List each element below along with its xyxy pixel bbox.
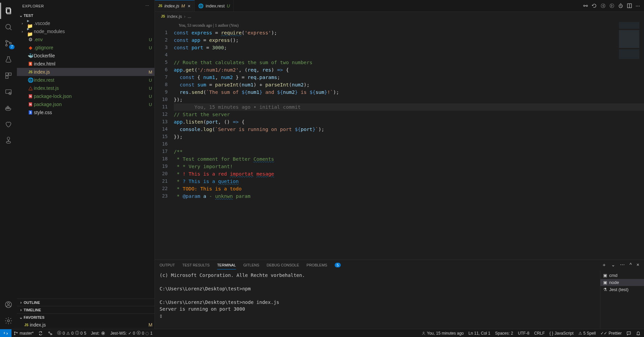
file-tree: › ▸📁 .vscode › ▸📁 node_modules › ⚙ .env … bbox=[17, 19, 154, 299]
jest-ws-status[interactable]: Jest-WS: ✓0 ⓧ0 ◌1 bbox=[110, 330, 152, 336]
svg-point-30 bbox=[14, 334, 15, 335]
svg-line-3 bbox=[10, 28, 11, 30]
eol[interactable]: CRLF bbox=[534, 331, 545, 336]
compare-icon[interactable] bbox=[583, 3, 588, 8]
file-item[interactable]: › 3 style.css bbox=[17, 108, 154, 116]
close-panel-icon[interactable]: × bbox=[637, 262, 639, 268]
panel-tab-debug-console[interactable]: DEBUG CONSOLE bbox=[267, 261, 299, 269]
folder-item[interactable]: › ▸📁 .vscode bbox=[17, 19, 154, 27]
jest-status[interactable]: Jest: bbox=[91, 331, 105, 336]
svg-point-31 bbox=[17, 332, 18, 333]
svg-point-23 bbox=[586, 5, 588, 6]
activity-docker[interactable] bbox=[0, 100, 17, 116]
panel-tab-terminal[interactable]: TERMINAL bbox=[217, 261, 236, 269]
terminal-output[interactable]: (c) Microsoft Corporation. Alle Rechte v… bbox=[155, 270, 600, 329]
svg-rect-17 bbox=[7, 106, 8, 108]
panel-tabs: OUTPUTTEST RESULTSTERMINALGITLENSDEBUG C… bbox=[155, 260, 644, 270]
outline-section[interactable]: › OUTLINE bbox=[17, 299, 154, 306]
activity-extensions[interactable] bbox=[0, 68, 17, 84]
tab-index-js[interactable]: JS index.js M × bbox=[155, 0, 195, 11]
terminal-item[interactable]: ▣cmd bbox=[600, 272, 644, 279]
maximize-panel-icon[interactable]: ^ bbox=[629, 262, 632, 268]
chevron-right-icon: › bbox=[18, 308, 24, 312]
svg-point-24 bbox=[601, 4, 605, 8]
editor-area: JS index.js M × 🌐 index.rest U ⋯ JS bbox=[155, 0, 644, 329]
file-item[interactable]: › ⚙ .env U bbox=[17, 35, 154, 44]
code-editor[interactable]: 1234567891011121314151617181920212223 Yo… bbox=[155, 21, 644, 259]
minimap[interactable] bbox=[619, 22, 639, 59]
sync-button[interactable] bbox=[38, 331, 43, 336]
language-mode[interactable]: { }JavaScript bbox=[549, 331, 573, 336]
tab-index-rest[interactable]: 🌐 index.rest U bbox=[195, 0, 234, 11]
revert-icon[interactable] bbox=[592, 3, 597, 8]
favorites-section[interactable]: ⌄ FAVORITES bbox=[17, 313, 154, 321]
live-share-button[interactable] bbox=[48, 331, 52, 336]
file-item[interactable]: › JS index.js M bbox=[17, 68, 154, 76]
split-icon[interactable] bbox=[627, 3, 632, 8]
folder-icon: ▸📁 bbox=[27, 26, 34, 37]
svg-rect-11 bbox=[6, 90, 11, 94]
panel-tab-test-results[interactable]: TEST RESULTS bbox=[182, 261, 210, 269]
flask-icon: ⚗ bbox=[603, 287, 607, 292]
timer-icon[interactable] bbox=[618, 3, 623, 8]
spell-check[interactable]: ⚠5 Spell bbox=[578, 331, 596, 336]
chevron-down-icon: ⌄ bbox=[18, 13, 24, 18]
explorer-more-icon[interactable]: ⋯ bbox=[145, 4, 149, 8]
breadcrumb[interactable]: JS index.js › ... bbox=[155, 12, 644, 21]
cursor-position[interactable]: Ln 11, Col 1 bbox=[469, 331, 491, 336]
timeline-section[interactable]: › TIMELINE bbox=[17, 306, 154, 313]
bell-icon[interactable] bbox=[636, 331, 641, 336]
svg-rect-9 bbox=[9, 73, 11, 75]
file-item[interactable]: › ◆ .gitignore U bbox=[17, 44, 154, 52]
css-icon: 3 bbox=[27, 110, 34, 114]
activity-remote[interactable] bbox=[0, 84, 17, 100]
problems-indicator[interactable]: ⓧ0 ⚠0 ⓘ0 5 bbox=[57, 330, 86, 336]
activity-account[interactable] bbox=[0, 296, 17, 313]
folder-item[interactable]: › ▸📁 node_modules bbox=[17, 27, 154, 35]
activity-settings[interactable] bbox=[0, 313, 17, 329]
file-item[interactable]: › 🌐 index.rest U bbox=[17, 76, 154, 84]
blame-indicator[interactable]: You, 15 minutes ago bbox=[422, 331, 464, 336]
activity-scm[interactable]: 7 bbox=[0, 35, 17, 51]
panel-tab-output[interactable]: OUTPUT bbox=[160, 261, 175, 269]
remote-button[interactable] bbox=[0, 329, 11, 337]
activity-explorer[interactable] bbox=[0, 3, 17, 19]
panel-more-icon[interactable]: ⋯ bbox=[620, 262, 625, 268]
activity-testing[interactable] bbox=[0, 51, 17, 68]
favorite-item[interactable]: JS index.js M bbox=[17, 321, 154, 329]
run-next-icon[interactable] bbox=[609, 3, 615, 8]
activity-genie[interactable] bbox=[0, 132, 17, 149]
more-icon[interactable]: ⋯ bbox=[636, 3, 640, 8]
prettier-status[interactable]: ✓✓Prettier bbox=[600, 331, 622, 336]
new-terminal-icon[interactable]: ＋ bbox=[602, 262, 606, 268]
encoding[interactable]: UTF-8 bbox=[518, 331, 529, 336]
scm-badge: 7 bbox=[9, 45, 15, 49]
root-folder-header[interactable]: ⌄ TEST bbox=[17, 12, 154, 19]
js-icon: JS bbox=[27, 70, 34, 74]
file-item[interactable]: › N package-lock.json U bbox=[17, 92, 154, 100]
panel-tab-problems[interactable]: PROBLEMS bbox=[307, 261, 327, 269]
editor-actions: ⋯ bbox=[583, 0, 644, 11]
activity-search[interactable] bbox=[0, 19, 17, 35]
terminal-dropdown-icon[interactable]: ⌄ bbox=[611, 262, 615, 268]
panel-tab-gitlens[interactable]: GITLENS bbox=[243, 261, 259, 269]
file-item[interactable]: › ⧋ index.test.js U bbox=[17, 84, 154, 92]
svg-point-5 bbox=[6, 45, 7, 46]
feedback-icon[interactable] bbox=[626, 331, 631, 336]
close-icon[interactable]: × bbox=[187, 3, 191, 9]
problems-badge: 5 bbox=[335, 263, 341, 267]
svg-point-22 bbox=[583, 5, 585, 6]
file-item[interactable]: › N package.json U bbox=[17, 100, 154, 108]
run-prev-icon[interactable] bbox=[600, 3, 606, 8]
indentation[interactable]: Spaces: 2 bbox=[495, 331, 513, 336]
bottom-panel: OUTPUTTEST RESULTSTERMINALGITLENSDEBUG C… bbox=[155, 259, 644, 329]
docker-icon: 🐳 bbox=[27, 53, 34, 58]
terminal-item[interactable]: ▣node bbox=[600, 279, 644, 286]
file-item[interactable]: › 5 index.html bbox=[17, 60, 154, 68]
activity-favorites[interactable] bbox=[0, 116, 17, 132]
branch-indicator[interactable]: master* bbox=[14, 331, 33, 336]
terminal-item[interactable]: ⚗Jest (test) bbox=[600, 286, 644, 293]
chevron-right-icon: › bbox=[22, 21, 27, 25]
test-icon: ⧋ bbox=[27, 85, 34, 91]
file-item[interactable]: › 🐳 Dockerfile bbox=[17, 52, 154, 60]
